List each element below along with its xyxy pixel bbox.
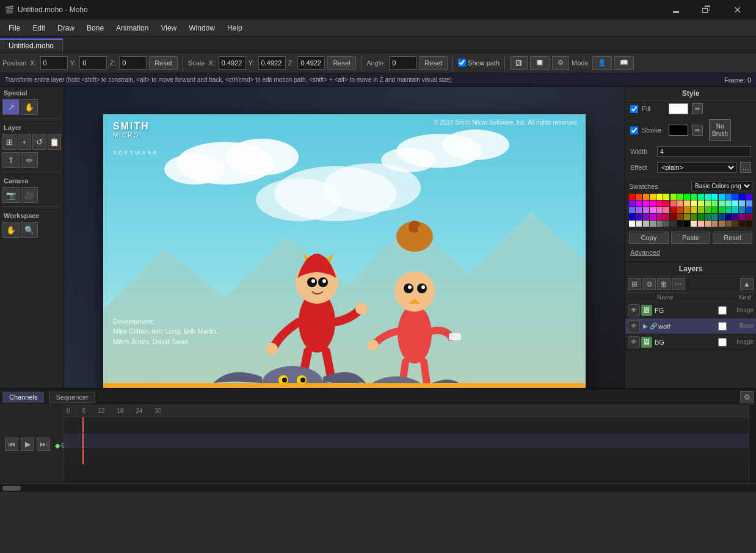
timeline-scrollbar[interactable] [749,405,756,483]
color-cell[interactable] [691,200,697,207]
color-cell[interactable] [711,221,718,227]
tab-untitled[interactable]: Untitled.moho [0,38,63,52]
color-cell[interactable] [677,194,683,200]
color-cell[interactable] [671,214,677,220]
color-cell[interactable] [656,221,663,227]
layer-row-wolf[interactable]: 👁 ▶ 🔗 wolf Bone [625,318,756,334]
stroke-checkbox[interactable] [630,126,638,134]
color-cell[interactable] [746,207,752,213]
color-cell[interactable] [739,207,745,213]
reset-swatch-button[interactable]: Reset [713,232,752,244]
color-cell[interactable] [698,200,704,207]
color-cell[interactable] [732,207,738,213]
reset-scale-button[interactable]: Reset [327,56,356,70]
color-cell[interactable] [636,200,642,207]
help-icon-button[interactable]: 📖 [614,56,634,70]
fill-color-swatch[interactable] [669,103,688,114]
reset-position-button[interactable]: Reset [149,56,178,70]
tool-zoom[interactable]: 🔍 [21,222,38,238]
color-cell[interactable] [698,194,704,200]
tool-pan[interactable]: ✋ [2,222,20,238]
color-cell[interactable] [629,200,635,207]
tool-camera-2[interactable]: 🎥 [21,187,38,203]
scroll-up-button[interactable]: ▲ [740,278,754,290]
tool-camera-1[interactable]: 📷 [2,187,20,203]
color-cell[interactable] [739,221,745,227]
color-cell[interactable] [656,214,663,220]
angle-input[interactable] [389,56,416,70]
color-cell[interactable] [711,200,718,207]
color-cell[interactable] [705,207,711,213]
color-cell[interactable] [746,221,752,227]
color-cell[interactable] [629,214,635,220]
color-cell[interactable] [705,221,711,227]
color-cell[interactable] [636,221,642,227]
color-cell[interactable] [705,214,711,220]
show-path-toggle[interactable]: Show path [458,59,500,67]
menu-help[interactable]: Help [221,21,249,35]
color-cell[interactable] [656,200,663,207]
layer-vis-bg[interactable]: 👁 [628,336,640,348]
layer-options-button[interactable]: ⋯ [672,278,685,290]
position-y-input[interactable] [79,56,107,70]
transport-start-button[interactable]: ⏮ [5,438,18,451]
menu-view[interactable]: View [154,21,183,35]
color-cell[interactable] [671,200,677,207]
tool-new-point[interactable]: + [18,134,32,150]
scale-z-input[interactable] [297,56,325,70]
color-cell[interactable] [636,194,642,200]
color-cell[interactable] [663,221,669,227]
color-cell[interactable] [677,207,683,213]
stroke-edit-button[interactable]: ✏ [692,125,703,136]
scale-x-input[interactable] [219,56,246,70]
color-cell[interactable] [636,214,642,220]
tool-transform[interactable]: ↗ [2,99,20,115]
color-cell[interactable] [698,207,704,213]
color-cell[interactable] [671,194,677,200]
color-cell[interactable] [719,221,725,227]
color-cell[interactable] [725,200,732,207]
position-z-input[interactable] [119,56,147,70]
layer-checkbox-wolf[interactable] [718,322,727,331]
color-cell[interactable] [698,221,704,227]
advanced-link[interactable]: Advanced [630,249,660,256]
duplicate-layer-button[interactable]: ⧉ [642,278,656,290]
menu-edit[interactable]: Edit [26,21,51,35]
stroke-color-swatch[interactable] [669,125,688,136]
fill-edit-button[interactable]: ✏ [692,103,703,114]
effect-select[interactable]: <plain> [657,162,736,173]
color-cell[interactable] [719,200,725,207]
new-layer-button[interactable]: ⊞ [628,278,641,290]
layer-checkbox-fg[interactable] [718,306,727,315]
color-cell[interactable] [677,214,683,220]
layer-checkbox-bg[interactable] [718,338,727,346]
width-input[interactable] [657,146,751,157]
color-cell[interactable] [684,207,690,213]
effect-options-button[interactable]: … [740,162,751,173]
timeline-tab-sequencer[interactable]: Sequencer [49,392,95,403]
toolbar-icon-1[interactable]: 🖼 [510,56,528,70]
menu-animation[interactable]: Animation [110,21,154,35]
color-cell[interactable] [719,194,725,200]
color-cell[interactable] [691,207,697,213]
color-cell[interactable] [746,200,752,207]
color-cell[interactable] [732,194,738,200]
color-cell[interactable] [629,194,635,200]
toolbar-icon-2[interactable]: 🔲 [530,56,550,70]
color-cell[interactable] [650,221,656,227]
color-cell[interactable] [739,214,745,220]
color-cell[interactable] [663,194,669,200]
position-x-input[interactable] [40,56,68,70]
color-cell[interactable] [650,214,656,220]
menu-window[interactable]: Window [183,21,221,35]
color-cell[interactable] [656,207,663,213]
tool-add-layer[interactable]: ⊞ [2,134,16,150]
scale-y-input[interactable] [258,56,286,70]
color-cell[interactable] [705,200,711,207]
tool-hand[interactable]: ✋ [21,99,38,115]
layer-vis-wolf[interactable]: 👁 [628,320,640,332]
color-cell[interactable] [705,194,711,200]
color-cell[interactable] [719,207,725,213]
color-cell[interactable] [643,214,649,220]
menu-bone[interactable]: Bone [81,21,110,35]
